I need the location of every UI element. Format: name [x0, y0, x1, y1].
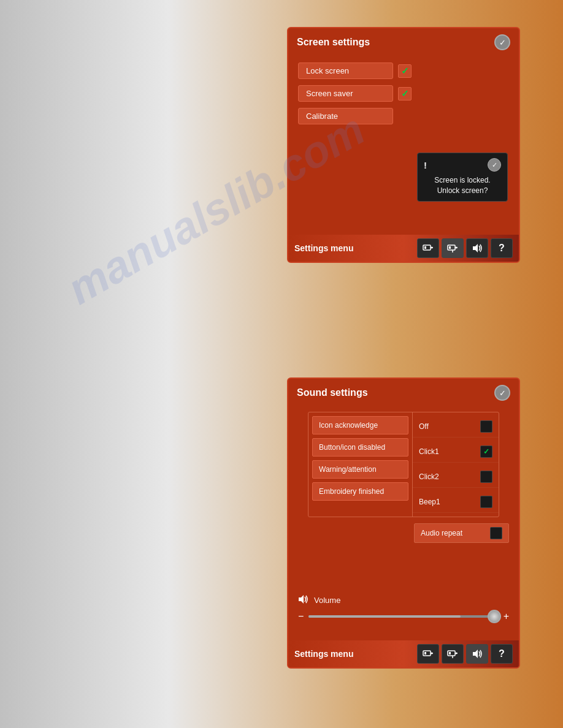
audio-repeat-label: Audio repeat [421, 529, 462, 537]
volume-slider-row: − + [298, 611, 509, 622]
sound2-icon [471, 648, 483, 659]
screen-settings-confirm-btn[interactable]: ✓ [494, 34, 510, 50]
help-btn-1[interactable]: ? [491, 238, 513, 258]
screen-settings-footer: Settings menu [288, 235, 519, 262]
screen-saver-row: Screen saver [298, 85, 509, 102]
sound-spacer [288, 549, 519, 586]
svg-rect-16 [449, 652, 451, 654]
sound-option-click1-row: Click1 [413, 441, 499, 463]
screen-settings-header: Screen settings ✓ [288, 28, 519, 55]
svg-marker-9 [473, 244, 478, 252]
screen-settings-spacer: ! ✓ Screen is locked.Unlock screen? [298, 131, 509, 229]
volume-increase-btn[interactable]: + [504, 611, 509, 622]
lock-screen-checkbox[interactable] [398, 64, 412, 78]
volume-decrease-btn[interactable]: − [298, 611, 304, 622]
svg-rect-12 [424, 652, 426, 654]
sound-icon [471, 243, 483, 254]
sound-settings-title: Sound settings [297, 387, 368, 398]
sewing3-icon [422, 648, 434, 659]
svg-marker-20 [473, 650, 478, 658]
volume-label-row: Volume [298, 594, 509, 606]
screen-saver-checkbox[interactable] [398, 87, 412, 100]
dialog-text: Screen is locked.Unlock screen? [424, 175, 501, 196]
sound-settings-panel: Sound settings ✓ Icon acknowledge Button… [287, 377, 520, 669]
audio-repeat-checkbox[interactable] [490, 527, 502, 539]
lock-screen-row: Lock screen [298, 63, 509, 79]
screen-locked-dialog: ! ✓ Screen is locked.Unlock screen? [417, 153, 508, 202]
svg-rect-11 [423, 651, 431, 656]
sound-settings-footer: Settings menu [288, 640, 519, 667]
click1-checkbox[interactable] [480, 446, 492, 458]
volume-label: Volume [314, 596, 340, 605]
sewing2-icon [446, 243, 459, 254]
click1-label: Click1 [419, 447, 439, 456]
sound-options-grid: Icon acknowledge Button/icon disabled Wa… [308, 412, 499, 517]
sewing-machine-btn-3[interactable] [417, 644, 439, 664]
click2-checkbox[interactable] [480, 471, 492, 483]
off-checkbox[interactable] [480, 420, 492, 433]
audio-repeat-row: Audio repeat [298, 523, 509, 543]
lock-screen-button[interactable]: Lock screen [298, 63, 393, 79]
sound-options-column: Off Click1 Click2 Beep1 [413, 412, 499, 517]
volume-slider-track[interactable] [308, 615, 498, 618]
sound-btn-2[interactable] [466, 644, 488, 664]
volume-speaker-icon [298, 594, 310, 604]
sound-labels-column: Icon acknowledge Button/icon disabled Wa… [308, 412, 413, 517]
sound-settings-confirm-btn[interactable]: ✓ [494, 385, 510, 401]
sewing4-icon [446, 648, 459, 659]
dialog-exclaim: ! [424, 160, 427, 170]
volume-icon [298, 594, 310, 606]
svg-rect-5 [449, 246, 451, 249]
svg-rect-1 [424, 246, 426, 249]
sound-settings-header: Sound settings ✓ [288, 379, 519, 406]
dialog-header: ! ✓ [424, 158, 501, 172]
click2-label: Click2 [419, 472, 439, 481]
volume-slider-thumb[interactable] [488, 610, 501, 623]
calibrate-button[interactable]: Calibrate [298, 108, 393, 124]
screen-saver-button[interactable]: Screen saver [298, 85, 393, 102]
sewing-machine-btn-4[interactable] [442, 644, 464, 664]
svg-rect-4 [448, 245, 455, 250]
screen-settings-body: Lock screen Screen saver Calibrate ! ✓ S… [288, 55, 519, 235]
svg-rect-0 [423, 245, 431, 250]
embroidery-finished-btn[interactable]: Embroidery finished [312, 482, 408, 501]
svg-point-14 [431, 653, 433, 654]
sound-settings-footer-label: Settings menu [294, 649, 353, 659]
screen-settings-footer-buttons: ? [417, 238, 513, 258]
svg-rect-15 [448, 651, 455, 656]
sound-option-off-row: Off [413, 416, 499, 438]
icon-acknowledge-btn[interactable]: Icon acknowledge [312, 416, 408, 434]
beep1-checkbox[interactable] [480, 496, 492, 508]
volume-slider-fill [308, 615, 460, 618]
calibrate-row: Calibrate [298, 108, 509, 124]
svg-point-18 [456, 653, 458, 654]
sound-btn-1[interactable] [466, 238, 488, 258]
help2-icon: ? [499, 648, 505, 659]
sewing-icon [422, 243, 434, 254]
help-icon: ? [499, 243, 505, 254]
svg-marker-10 [299, 595, 304, 604]
screen-settings-footer-label: Settings menu [294, 243, 353, 253]
sewing-machine-btn-2[interactable] [442, 238, 464, 258]
sewing-machine-btn-1[interactable] [417, 238, 439, 258]
sound-option-click2-row: Click2 [413, 466, 499, 488]
dialog-confirm-btn[interactable]: ✓ [488, 158, 501, 172]
screen-settings-panel: Screen settings ✓ Lock screen Screen sav… [287, 27, 520, 263]
volume-section: Volume − + [288, 586, 519, 628]
beep1-label: Beep1 [419, 498, 440, 506]
svg-point-3 [431, 247, 433, 249]
sound-grid-container: Icon acknowledge Button/icon disabled Wa… [288, 412, 519, 517]
screen-settings-title: Screen settings [297, 37, 370, 48]
help-btn-2[interactable]: ? [491, 644, 513, 664]
off-label: Off [419, 422, 429, 431]
sound-option-beep1-row: Beep1 [413, 491, 499, 513]
warning-attention-btn[interactable]: Warning/attention [312, 460, 408, 479]
button-icon-disabled-btn[interactable]: Button/icon disabled [312, 438, 408, 457]
sound-settings-footer-buttons: ? [417, 644, 513, 664]
svg-point-7 [456, 247, 458, 249]
